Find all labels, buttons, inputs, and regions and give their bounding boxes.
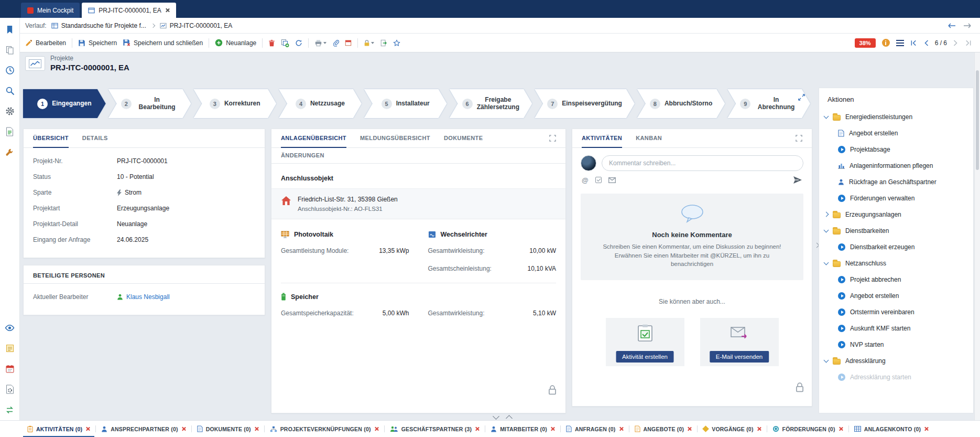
bottom-tab-anfragen[interactable]: ANFRAGEN (0) <box>562 421 628 437</box>
bottom-tab-foerderungen[interactable]: FÖRDERUNGEN (0) <box>768 421 847 437</box>
comment-input[interactable] <box>602 155 803 171</box>
bottom-tab-geschaeftspartner[interactable]: GESCHÄFTSPARTNER (3) <box>386 421 484 437</box>
step-eingegangen[interactable]: 1Eingegangen <box>23 89 106 118</box>
send-email-button[interactable]: E-Mail versenden <box>710 351 769 363</box>
action-item[interactable]: Förderungen verwalten <box>819 190 973 206</box>
collapse-bottom-icon[interactable] <box>493 413 499 420</box>
favorite-icon[interactable] <box>393 39 400 47</box>
watchlist-icon[interactable] <box>4 323 16 333</box>
step-freigabe-zaehlersetzung[interactable]: 6Freigabe Zählersetzung <box>450 89 532 118</box>
save-close-button[interactable]: Speichern und schließen <box>123 39 203 47</box>
step-einspeiseverguetung[interactable]: 7Einspeisevergütung <box>535 89 635 118</box>
close-icon[interactable] <box>757 427 761 431</box>
action-item[interactable]: Anlageninformationen pflegen <box>819 157 973 174</box>
bottom-tab-ansprechpartner[interactable]: ANSPRECHPARTNER (0) <box>97 421 190 437</box>
mail-icon[interactable] <box>608 177 616 183</box>
bottom-tab-projekteverknuepfungen[interactable]: PROJEKTEVERKNÜPFUNGEN (0) <box>266 421 383 437</box>
search-icon[interactable] <box>4 86 16 96</box>
action-group-energiedienstleistungen[interactable]: Energiedienstleistungen <box>819 109 973 125</box>
bottom-tab-dokumente[interactable]: DOKUMENTE (0) <box>193 421 263 437</box>
breadcrumb-search[interactable]: Standardsuche für Projekte f... <box>51 22 146 29</box>
refresh-icon[interactable] <box>295 39 302 47</box>
action-group-netzanschluss[interactable]: Netzanschluss <box>819 255 973 271</box>
send-email-card[interactable]: E-Mail versenden <box>700 318 779 366</box>
copy-icon[interactable] <box>4 45 16 55</box>
create-activity-button[interactable]: Aktivität erstellen <box>616 351 674 363</box>
tab-aktivitaeten[interactable]: AKTIVITÄTEN <box>582 130 622 148</box>
step-in-bearbeitung[interactable]: 2In Bearbeitung <box>108 89 191 118</box>
close-icon[interactable] <box>254 427 259 431</box>
scrollbar-thumb[interactable] <box>976 70 979 170</box>
send-icon[interactable] <box>793 176 802 184</box>
first-record-icon[interactable] <box>910 40 917 46</box>
tab-kanban[interactable]: KANBAN <box>636 130 662 148</box>
close-icon[interactable] <box>181 427 186 431</box>
expand-panel-icon[interactable] <box>549 135 556 142</box>
tab-aenderungen[interactable]: ÄNDERUNGEN <box>281 148 324 164</box>
action-item[interactable]: Auskunft KMF starten <box>819 320 973 336</box>
action-item[interactable]: Rückfrage an Geschäftspartner <box>819 174 973 190</box>
action-item[interactable]: Dienstbarkeit erzeugen <box>819 239 973 255</box>
tab-dokumente[interactable]: DOKUMENTE <box>444 130 483 148</box>
notes-icon[interactable] <box>4 343 16 354</box>
close-icon[interactable] <box>475 427 480 431</box>
expand-stepper-icon[interactable] <box>798 93 805 101</box>
next-record-icon[interactable] <box>953 40 959 46</box>
vertical-scrollbar[interactable] <box>974 52 980 420</box>
tab-project-record[interactable]: PRJ-ITC-0000001, EA <box>82 3 176 18</box>
menu-icon[interactable] <box>896 40 904 46</box>
action-item[interactable]: NVP starten <box>819 336 973 353</box>
lock-icon[interactable] <box>364 39 374 47</box>
bottom-tab-anlagenkonto[interactable]: ANLAGENKONTO (0) <box>850 421 933 437</box>
tab-mein-cockpit[interactable]: Mein Cockpit <box>21 3 80 18</box>
action-item[interactable]: Angebot erstellen <box>819 287 973 304</box>
nav-forward-icon[interactable] <box>963 23 972 29</box>
create-activity-card[interactable]: Aktivität erstellen <box>606 318 684 366</box>
print-icon[interactable] <box>314 39 326 47</box>
tab-details[interactable]: DETAILS <box>82 130 108 148</box>
step-netzzusage[interactable]: 4Netzzusage <box>279 89 362 118</box>
previous-record-icon[interactable] <box>923 40 929 46</box>
tools-icon[interactable] <box>4 147 16 157</box>
settings-icon[interactable] <box>4 106 16 116</box>
save-button[interactable]: Speichern <box>78 39 117 47</box>
export-icon[interactable] <box>380 39 387 47</box>
close-icon[interactable] <box>374 427 379 431</box>
bottom-tab-aktivitaeten[interactable]: AKTIVITÄTEN (0) <box>23 421 94 437</box>
close-icon[interactable] <box>619 427 624 431</box>
info-icon[interactable] <box>882 39 890 47</box>
bottom-tab-angebote[interactable]: ANGEBOTE (0) <box>630 421 696 437</box>
nav-back-icon[interactable] <box>948 23 956 29</box>
edit-button[interactable]: Bearbeiten <box>25 39 66 47</box>
action-group-adressklaerung[interactable]: Adressklärung <box>819 353 973 369</box>
close-icon[interactable] <box>924 427 929 431</box>
action-item[interactable]: Projektabsage <box>819 141 973 157</box>
tab-meldungsuebersicht[interactable]: MELDUNGSÜBERSICHT <box>360 130 430 148</box>
document-icon[interactable] <box>4 126 16 137</box>
connection-object-address[interactable]: Friedrich-List-Str. 31, 35398 Gießen Ans… <box>271 189 565 219</box>
tab-uebersicht[interactable]: ÜBERSICHT <box>33 130 69 148</box>
action-group-erzeugungsanlagen[interactable]: Erzeugungsanlagen <box>819 206 973 222</box>
create-button[interactable]: Neuanlage <box>215 39 256 47</box>
task-icon[interactable] <box>595 177 602 183</box>
bottom-tab-mitarbeiter[interactable]: MITARBEITER (0) <box>486 421 559 437</box>
attachment-icon[interactable] <box>332 39 339 47</box>
step-abbruch-storno[interactable]: 8Abbruch/Storno <box>637 89 725 118</box>
step-installateur[interactable]: 5Installateur <box>364 89 447 118</box>
breadcrumb-record[interactable]: PRJ-ITC-0000001, EA <box>160 22 232 29</box>
history-icon[interactable] <box>4 65 16 76</box>
serial-letter-icon[interactable] <box>345 39 352 46</box>
locked-indicator-icon[interactable] <box>795 382 804 392</box>
transfer-icon[interactable] <box>4 404 16 415</box>
close-icon[interactable] <box>165 8 170 13</box>
avatar[interactable] <box>581 155 596 171</box>
report-icon[interactable] <box>4 384 16 395</box>
bottom-tab-vorgaenge[interactable]: VORGÄNGE (0) <box>699 421 765 437</box>
close-icon[interactable] <box>550 427 555 431</box>
delete-icon[interactable] <box>268 39 275 47</box>
action-group-dienstbarkeiten[interactable]: Dienstbarkeiten <box>819 222 973 239</box>
close-icon[interactable] <box>85 427 90 431</box>
close-icon[interactable] <box>839 427 843 431</box>
action-item[interactable]: Ortstermin vereinbaren <box>819 304 973 320</box>
tab-anlagenuebersicht[interactable]: ANLAGENÜBERSICHT <box>281 130 346 148</box>
